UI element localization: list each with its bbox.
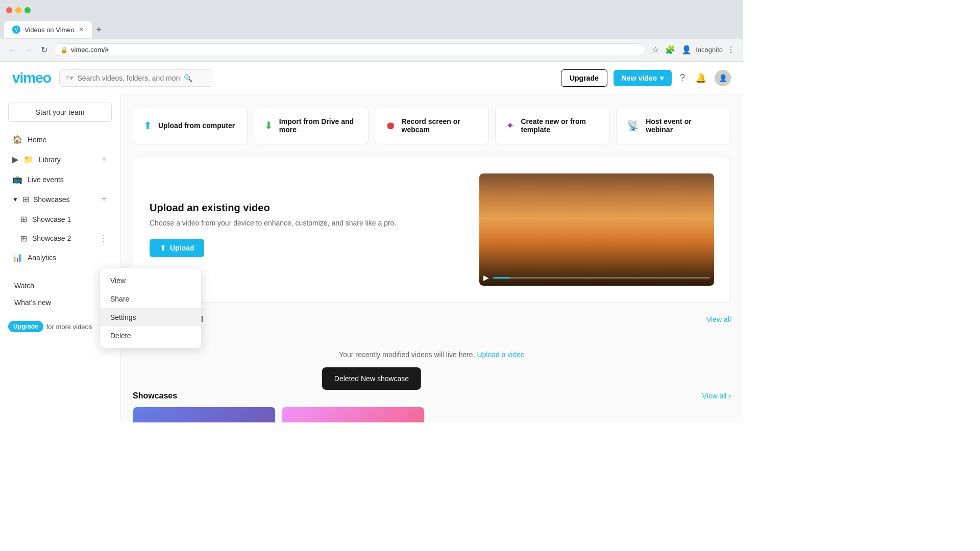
notifications-icon[interactable]: 🔔 [693, 70, 708, 86]
logo-text: vimeo [12, 70, 51, 86]
create-card-main: Create new or from template [521, 117, 599, 134]
showcases-expand-icon: ▼ [12, 196, 18, 203]
search-filter-icon[interactable]: ≡▾ [66, 74, 74, 82]
active-tab[interactable]: V Videos on Vimeo ✕ [4, 21, 92, 38]
incognito-badge: Incognito [696, 46, 723, 54]
sidebar-library-label: Library [39, 156, 95, 164]
record-card[interactable]: ⏺ Record screen or webcam [375, 107, 489, 144]
import-card[interactable]: ⬇ Import from Drive and more [254, 107, 369, 144]
showcase-2-thumb [282, 407, 424, 422]
tab-close-btn[interactable]: ✕ [79, 26, 84, 33]
recently-modified-empty: Your recently modified videos will live … [133, 330, 731, 379]
host-card-text: Host event or webinar [646, 117, 720, 134]
showcases-section-title: Showcases [133, 391, 177, 400]
user-avatar[interactable]: 👤 [715, 70, 731, 86]
showcase-card-1[interactable]: Showcase 1 [133, 407, 276, 422]
host-card[interactable]: 📡 Host event or webinar [616, 107, 731, 144]
showcases-view-all-label: View all [702, 392, 726, 400]
sidebar-analytics-label: Analytics [28, 254, 108, 262]
sidebar-showcases-label: Showcases [33, 195, 96, 204]
create-bold: Create [521, 117, 543, 126]
profile-icon[interactable]: 👤 [679, 43, 694, 57]
upload-title: Upload an existing video [150, 202, 467, 214]
forward-btn[interactable]: → [22, 43, 35, 57]
search-icon: 🔍 [184, 74, 192, 82]
close-btn[interactable] [6, 7, 12, 13]
upload-section: Upload an existing video Choose a video … [133, 157, 731, 303]
preview-overlay: ▶ [479, 269, 714, 286]
sidebar-showcase-1-label: Showcase 1 [32, 215, 108, 223]
sidebar-item-analytics[interactable]: 📊 Analytics [4, 248, 116, 266]
lock-icon: 🔒 [60, 46, 68, 54]
context-settings-label: Settings [110, 313, 136, 321]
new-video-label: New video [622, 74, 657, 82]
import-bold: Import [279, 117, 302, 126]
import-card-main: Import from Drive and more [279, 117, 358, 134]
menu-btn[interactable]: ⋮ [725, 43, 737, 57]
context-menu-settings[interactable]: Settings [100, 308, 201, 327]
tab-bar: V Videos on Vimeo ✕ + [0, 20, 743, 39]
sidebar-live-events-label: Live events [28, 176, 108, 184]
upload-button[interactable]: ⬆ Upload [150, 239, 204, 257]
action-cards: ⬆ Upload from computer ⬇ Import from Dri… [133, 107, 731, 144]
upgrade-button[interactable]: Upgrade [561, 69, 607, 87]
play-button[interactable]: ▶ [483, 273, 489, 282]
sidebar-item-showcase-2[interactable]: ⊞ Showcase 2 ⋮ [12, 229, 116, 248]
window-controls [6, 7, 31, 13]
sidebar-item-live-events[interactable]: 📺 Live events [4, 170, 116, 188]
sidebar-item-library[interactable]: ▶ 📁 Library + [4, 149, 116, 170]
new-video-button[interactable]: New video ▾ [614, 70, 672, 86]
showcases-add-btn[interactable]: + [100, 193, 108, 206]
title-bar [0, 0, 743, 20]
showcase-cards: Showcase 1 Showcase 2 [133, 407, 731, 422]
recently-modified-view-all[interactable]: View all [706, 315, 731, 323]
tab-title: Videos on Vimeo [24, 26, 75, 34]
import-card-text: Import from Drive and more [279, 117, 358, 134]
main-content: ⬆ Upload from computer ⬇ Import from Dri… [120, 94, 743, 422]
host-card-icon: 📡 [627, 119, 640, 132]
maximize-btn[interactable] [24, 7, 31, 13]
showcases-icon: ⊞ [22, 194, 29, 204]
upload-btn-label: Upload [170, 244, 194, 252]
sidebar-showcases-header[interactable]: ▼ ⊞ Showcases + [4, 189, 116, 210]
empty-text: Your recently modified videos will live … [339, 350, 475, 359]
sidebar-item-showcase-1[interactable]: ⊞ Showcase 1 [12, 210, 116, 228]
refresh-btn[interactable]: ↻ [39, 43, 50, 57]
showcase-1-icon: ⊞ [20, 214, 27, 224]
showcase-2-more-icon[interactable]: ⋮ [99, 233, 108, 244]
context-menu-delete[interactable]: Delete [100, 327, 201, 345]
search-input[interactable] [78, 74, 180, 82]
context-delete-label: Delete [110, 332, 131, 340]
preview-image [479, 173, 714, 286]
library-add-btn[interactable]: + [100, 153, 108, 166]
sidebar-upgrade-btn[interactable]: Upgrade [8, 321, 43, 332]
create-card[interactable]: ✦ Create new or from template [495, 107, 610, 144]
incognito-label: Incognito [696, 46, 723, 54]
sidebar-home-label: Home [28, 136, 108, 144]
home-icon: 🏠 [12, 135, 22, 144]
upload-btn-icon: ⬆ [160, 244, 166, 252]
progress-fill [493, 277, 510, 279]
progress-bar [493, 277, 710, 279]
showcase-card-2[interactable]: Showcase 2 [282, 407, 425, 422]
toast-message: Deleted New showcase [334, 374, 409, 383]
sidebar-item-home[interactable]: 🏠 Home [4, 131, 116, 148]
help-icon[interactable]: ? [678, 70, 687, 85]
tab-favicon: V [12, 26, 20, 34]
bookmark-star-icon[interactable]: ☆ [650, 43, 661, 57]
back-btn[interactable]: ← [6, 43, 18, 57]
extension-icon[interactable]: 🧩 [663, 43, 677, 57]
context-menu-share[interactable]: Share [100, 290, 201, 308]
start-team-button[interactable]: Start your team [8, 103, 112, 122]
chevron-down-icon: ▾ [660, 74, 664, 82]
search-bar[interactable]: ≡▾ 🔍 [59, 69, 212, 87]
minimize-btn[interactable] [15, 7, 21, 13]
upload-video-link[interactable]: Upload a video [477, 350, 524, 359]
new-tab-btn[interactable]: + [92, 22, 106, 37]
upload-card[interactable]: ⬆ Upload from computer [133, 107, 248, 144]
showcases-view-all[interactable]: View all › [702, 392, 731, 400]
showcase-2-icon: ⊞ [20, 234, 27, 243]
toast-notification: Deleted New showcase [322, 367, 421, 390]
context-menu-view[interactable]: View [100, 271, 201, 290]
sidebar-showcase-2-label: Showcase 2 [32, 234, 93, 242]
